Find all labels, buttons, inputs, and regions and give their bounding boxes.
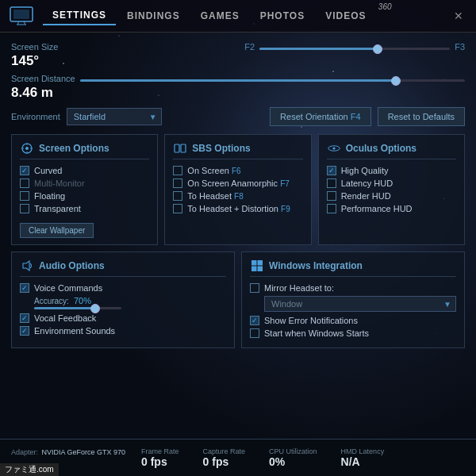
frame-rate-item: Frame Rate 0 fps xyxy=(141,447,179,468)
win-startup-checkbox[interactable] xyxy=(250,328,259,338)
sbs-anamorphic-label: On Screen Anamorphic F7 xyxy=(187,178,289,188)
sbs-onscreen-label: On Screen F6 xyxy=(187,166,240,175)
screen-size-f2: F2 xyxy=(244,42,255,52)
svg-point-25 xyxy=(25,147,29,150)
win-showerror-row: ✓ Show Error Notifications xyxy=(250,316,456,325)
cpu-value: 0% xyxy=(269,455,317,468)
screen-distance-slider-track[interactable] xyxy=(80,79,465,82)
nav-tabs: SETTINGS BINDINGS GAMES PHOTOS VIDEOS 36… xyxy=(43,6,376,25)
sbs-toheadset-label: To Headset F8 xyxy=(187,191,243,201)
win-mirror-label: Mirror Headset to: xyxy=(264,283,334,293)
svg-rect-37 xyxy=(251,267,257,272)
close-button[interactable]: ✕ xyxy=(449,8,468,24)
sbs-toheadset-checkbox[interactable] xyxy=(173,191,182,201)
audio-vocalfb-label: Vocal Feedback xyxy=(34,313,96,323)
screen-opt-transparent-label: Transparent xyxy=(34,204,81,213)
oculus-hq-checkbox[interactable]: ✓ xyxy=(327,166,336,175)
oculus-renderhud-row: Render HUD xyxy=(327,191,456,201)
audio-options-icon xyxy=(20,259,34,273)
screen-distance-label: Screen Distance xyxy=(11,74,75,83)
sbs-anamorphic-checkbox[interactable] xyxy=(173,178,182,188)
svg-rect-20 xyxy=(13,10,29,19)
oculus-renderhud-label: Render HUD xyxy=(341,191,391,201)
environment-label: Environment xyxy=(11,112,60,121)
adapter-row: Adapter: NVIDIA GeForce GTX 970 xyxy=(11,443,125,458)
tab-games[interactable]: GAMES xyxy=(191,7,249,25)
oculus-options-panel: Oculus Options ✓ High Quality Latency HU… xyxy=(318,134,465,245)
win-mirror-checkbox[interactable] xyxy=(250,283,259,293)
audio-options-header: Audio Options xyxy=(20,259,226,277)
screen-opt-floating-label: Floating xyxy=(34,191,65,201)
oculus-options-title: Oculus Options xyxy=(346,143,416,154)
screen-size-slider-fill xyxy=(259,48,378,50)
oculus-options-icon xyxy=(327,141,341,155)
capture-rate-item: Capture Rate 0 fps xyxy=(203,447,246,468)
reset-orientation-button[interactable]: Reset Orientation F4 xyxy=(270,107,371,126)
reset-defaults-button[interactable]: Reset to Defaults xyxy=(378,107,465,126)
window-select-wrap: Window Desktop Primary Monitor ▼ xyxy=(264,296,456,312)
tab-bindings[interactable]: BINDINGS xyxy=(117,7,190,25)
frame-rate-label: Frame Rate xyxy=(141,447,179,455)
screen-opt-curved-row: ✓ Curved xyxy=(20,166,149,175)
svg-marker-34 xyxy=(23,261,29,271)
sbs-distortion-label: To Headset + Distortion F9 xyxy=(187,204,290,213)
environment-select[interactable]: Starfield Living Room Void Cinema xyxy=(67,108,162,125)
screen-opt-floating-checkbox[interactable] xyxy=(20,191,29,201)
app-360-label: 360 xyxy=(378,2,392,11)
oculus-perfhud-row: Performance HUD xyxy=(327,204,456,213)
hmd-label: HMD Latency xyxy=(341,447,385,455)
svg-rect-36 xyxy=(258,260,263,266)
tab-photos[interactable]: PHOTOS xyxy=(251,7,314,25)
sbs-anamorphic-row: On Screen Anamorphic F7 xyxy=(173,178,302,188)
svg-point-33 xyxy=(332,147,335,149)
sbs-distortion-checkbox[interactable] xyxy=(173,204,182,213)
screen-size-slider-container xyxy=(259,48,450,50)
oculus-renderhud-checkbox[interactable] xyxy=(327,191,336,201)
oculus-latencyhud-checkbox[interactable] xyxy=(327,178,336,188)
win-startup-label: Start when Windows Starts xyxy=(264,328,369,338)
screen-opt-floating-row: Floating xyxy=(20,191,149,201)
audio-vocalfb-checkbox[interactable]: ✓ xyxy=(20,313,29,323)
win-showerror-checkbox[interactable]: ✓ xyxy=(250,316,259,325)
frame-rate-value: 0 fps xyxy=(141,455,179,468)
screen-opt-transparent-row: Transparent xyxy=(20,204,149,213)
screen-distance-slider-container xyxy=(80,79,465,82)
accuracy-slider-thumb xyxy=(90,304,100,313)
audio-voicecmd-row: ✓ Voice Commands xyxy=(20,283,226,293)
windows-integration-panel: Windows Integration Mirror Headset to: W… xyxy=(241,251,465,348)
audio-envsounds-checkbox[interactable]: ✓ xyxy=(20,326,29,336)
screen-size-f3: F3 xyxy=(455,42,465,52)
hmd-latency-item: HMD Latency N/A xyxy=(341,447,385,468)
oculus-perfhud-checkbox[interactable] xyxy=(327,204,336,213)
sbs-options-panel: SBS Options On Screen F6 On Screen Anamo… xyxy=(164,134,311,245)
screen-size-slider-track[interactable] xyxy=(259,48,450,50)
tab-settings[interactable]: SETTINGS xyxy=(43,6,116,25)
sbs-onscreen-row: On Screen F6 xyxy=(173,166,302,175)
audio-voicecmd-checkbox[interactable]: ✓ xyxy=(20,283,29,293)
window-select-container: Window Desktop Primary Monitor ▼ xyxy=(264,296,456,312)
status-bar: Adapter: NVIDIA GeForce GTX 970 Version:… xyxy=(0,439,476,476)
svg-rect-31 xyxy=(181,144,186,152)
screen-distance-slider-fill xyxy=(80,79,396,82)
tab-videos[interactable]: VIDEOS xyxy=(316,7,375,25)
screen-opt-curved-checkbox[interactable]: ✓ xyxy=(20,166,29,175)
top-panels-grid: Screen Options ✓ Curved Multi-Monitor Fl… xyxy=(11,134,465,245)
adapter-label: Adapter: xyxy=(11,448,38,456)
sbs-onscreen-checkbox[interactable] xyxy=(173,166,182,175)
screen-options-panel: Screen Options ✓ Curved Multi-Monitor Fl… xyxy=(11,134,158,245)
screen-options-icon xyxy=(20,141,34,155)
oculus-options-header: Oculus Options xyxy=(327,141,456,159)
accuracy-slider-track[interactable] xyxy=(34,307,121,309)
screen-opt-transparent-checkbox[interactable] xyxy=(20,204,29,213)
screen-opt-multimonitor-checkbox[interactable] xyxy=(20,178,29,188)
svg-rect-35 xyxy=(251,260,257,266)
app-container: SETTINGS BINDINGS GAMES PHOTOS VIDEOS 36… xyxy=(0,0,476,476)
windows-icon xyxy=(250,259,264,273)
screen-opt-multimonitor-row: Multi-Monitor xyxy=(20,178,149,188)
audio-options-panel: Audio Options ✓ Voice Commands Accuracy:… xyxy=(11,251,235,348)
screen-options-title: Screen Options xyxy=(39,143,109,154)
clear-wallpaper-button[interactable]: Clear Wallpaper xyxy=(20,223,94,238)
hmd-value: N/A xyxy=(341,455,385,468)
capture-rate-label: Capture Rate xyxy=(203,447,246,455)
window-select[interactable]: Window Desktop Primary Monitor xyxy=(264,296,456,312)
